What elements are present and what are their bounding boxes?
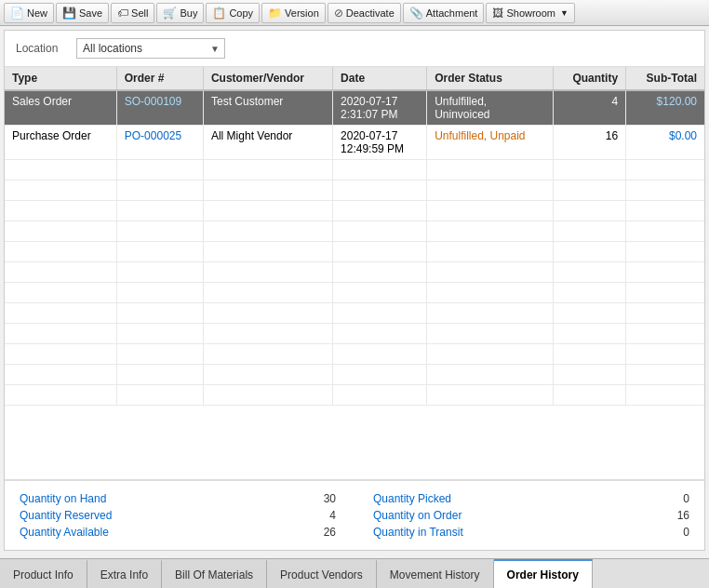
summary-right: Quantity Picked 0 Quantity on Order 16 Q…: [373, 490, 689, 541]
table-row: [5, 221, 704, 242]
cell-order: SO-000109: [116, 90, 203, 126]
table-row: [5, 262, 704, 283]
cell-type: Purchase Order: [5, 126, 116, 160]
deactivate-button[interactable]: ⊘ Deactivate: [328, 3, 401, 23]
table-row: [5, 160, 704, 180]
table-row: [5, 365, 704, 385]
summary-row: Quantity Reserved 4: [20, 507, 336, 524]
orders-table: Type Order # Customer/Vendor Date Order …: [5, 67, 704, 406]
cell-customer: All Might Vendor: [203, 126, 332, 160]
qty-reserved-value: 4: [308, 509, 336, 522]
summary-row: Quantity on Order 16: [373, 507, 689, 524]
table-row[interactable]: Purchase Order PO-000025 All Might Vendo…: [5, 126, 704, 160]
col-order: Order #: [116, 67, 203, 90]
save-button[interactable]: 💾 Save: [56, 3, 109, 23]
cell-date: 2020-07-1712:49:59 PM: [333, 126, 427, 160]
table-row: [5, 344, 704, 365]
cell-order: PO-000025: [116, 126, 203, 160]
page-wrapper: 📄 New 💾 Save 🏷 Sell 🛒 Buy 📋 Copy 📁 Versi…: [0, 0, 709, 588]
col-date: Date: [333, 67, 427, 90]
table-row: [5, 283, 704, 303]
qty-in-transit-label: Quantity in Transit: [373, 526, 463, 539]
tab-movement-history[interactable]: Movement History: [377, 559, 494, 588]
sell-icon: 🏷: [117, 7, 128, 20]
table-row: [5, 303, 704, 324]
cell-quantity: 4: [554, 90, 626, 126]
bottom-tabs: Product Info Extra Info Bill Of Material…: [0, 558, 709, 588]
table-row: [5, 324, 704, 344]
qty-on-order-label: Quantity on Order: [373, 509, 462, 522]
location-select[interactable]: All locations Warehouse A Warehouse B: [76, 38, 225, 59]
table-row: [5, 385, 704, 406]
version-button[interactable]: 📁 Version: [261, 3, 326, 23]
cell-customer: Test Customer: [203, 90, 332, 126]
qty-on-order-value: 16: [662, 509, 689, 522]
showroom-label: Showroom: [506, 7, 555, 19]
cell-subtotal: $0.00: [626, 126, 704, 160]
qty-available-value: 26: [308, 526, 336, 539]
showroom-icon: 🖼: [492, 7, 503, 20]
new-button[interactable]: 📄 New: [4, 3, 54, 23]
qty-in-transit-value: 0: [662, 526, 689, 539]
tab-extra-info[interactable]: Extra Info: [87, 559, 162, 588]
col-status: Order Status: [427, 67, 554, 90]
location-bar: Location All locations Warehouse A Wareh…: [5, 31, 704, 67]
qty-on-hand-value: 30: [308, 492, 336, 505]
table-row: [5, 201, 704, 221]
cell-date: 2020-07-172:31:07 PM: [333, 90, 427, 126]
qty-picked-value: 0: [662, 492, 689, 505]
col-customer: Customer/Vendor: [203, 67, 332, 90]
content-area: Location All locations Warehouse A Wareh…: [0, 30, 709, 588]
qty-available-label: Quantity Available: [20, 526, 109, 539]
main-panel: Location All locations Warehouse A Wareh…: [4, 30, 705, 551]
attachment-icon: 📎: [409, 7, 423, 20]
cell-type: Sales Order: [5, 90, 116, 126]
new-label: New: [27, 7, 47, 19]
deactivate-label: Deactivate: [346, 7, 395, 19]
sell-label: Sell: [131, 7, 148, 19]
summary-left: Quantity on Hand 30 Quantity Reserved 4 …: [20, 490, 336, 541]
toolbar: 📄 New 💾 Save 🏷 Sell 🛒 Buy 📋 Copy 📁 Versi…: [0, 0, 709, 26]
cell-quantity: 16: [554, 126, 626, 160]
copy-label: Copy: [229, 7, 253, 19]
orders-table-container: Type Order # Customer/Vendor Date Order …: [5, 67, 704, 480]
attachment-button[interactable]: 📎 Attachment: [403, 3, 485, 23]
buy-label: Buy: [180, 7, 197, 19]
tab-product-vendors[interactable]: Product Vendors: [267, 559, 377, 588]
col-subtotal: Sub-Total: [626, 67, 704, 90]
summary-row: Quantity in Transit 0: [373, 524, 689, 541]
showroom-button[interactable]: 🖼 Showroom ▼: [486, 3, 575, 23]
qty-on-hand-label: Quantity on Hand: [20, 492, 106, 505]
location-select-wrapper: All locations Warehouse A Warehouse B ▼: [76, 38, 225, 59]
sell-button[interactable]: 🏷 Sell: [111, 3, 154, 23]
table-header-row: Type Order # Customer/Vendor Date Order …: [5, 67, 704, 90]
cell-status: Unfulfilled, Unpaid: [427, 126, 554, 160]
buy-icon: 🛒: [163, 7, 177, 20]
location-label: Location: [16, 42, 67, 55]
col-quantity: Quantity: [554, 67, 626, 90]
cell-status: Unfulfilled,Uninvoiced: [427, 90, 554, 126]
version-label: Version: [285, 7, 319, 19]
summary-row: Quantity Available 26: [20, 524, 336, 541]
summary-section: Quantity on Hand 30 Quantity Reserved 4 …: [5, 480, 704, 550]
save-label: Save: [79, 7, 102, 19]
table-row: [5, 242, 704, 262]
tab-bill-of-materials[interactable]: Bill Of Materials: [162, 559, 267, 588]
deactivate-icon: ⊘: [334, 7, 343, 20]
dropdown-arrow-icon: ▼: [560, 8, 569, 18]
buy-button[interactable]: 🛒 Buy: [156, 3, 204, 23]
copy-icon: 📋: [212, 7, 226, 20]
qty-picked-label: Quantity Picked: [373, 492, 451, 505]
col-type: Type: [5, 67, 116, 90]
tab-product-info[interactable]: Product Info: [0, 559, 87, 588]
version-icon: 📁: [268, 7, 282, 20]
table-row[interactable]: Sales Order SO-000109 Test Customer 2020…: [5, 90, 704, 126]
qty-reserved-label: Quantity Reserved: [20, 509, 112, 522]
summary-row: Quantity on Hand 30: [20, 490, 336, 507]
cell-subtotal: $120.00: [626, 90, 704, 126]
tab-order-history[interactable]: Order History: [494, 559, 593, 588]
new-icon: 📄: [10, 7, 24, 20]
attachment-label: Attachment: [426, 7, 478, 19]
copy-button[interactable]: 📋 Copy: [206, 3, 260, 23]
save-icon: 💾: [62, 7, 76, 20]
